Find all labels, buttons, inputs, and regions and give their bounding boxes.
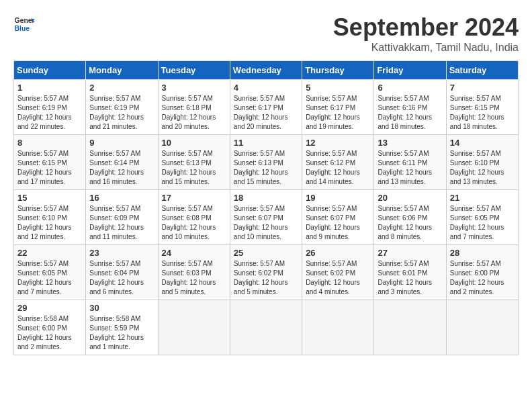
month-title: September 2024 [333,13,519,42]
day-detail: Sunrise: 5:57 AM Sunset: 6:07 PM Dayligh… [234,204,298,242]
day-detail: Sunrise: 5:57 AM Sunset: 6:05 PM Dayligh… [450,204,515,242]
day-number: 1 [17,83,82,93]
calendar-cell [374,300,446,355]
calendar-cell: 24 Sunrise: 5:57 AM Sunset: 6:03 PM Dayl… [158,245,230,300]
day-number: 30 [89,303,154,313]
day-number: 8 [17,138,82,148]
logo-icon: General Blue [13,13,35,35]
day-detail: Sunrise: 5:57 AM Sunset: 6:06 PM Dayligh… [378,204,442,242]
calendar-cell [446,300,518,355]
col-wednesday: Wednesday [230,61,302,80]
day-number: 27 [378,248,442,258]
day-detail: Sunrise: 5:57 AM Sunset: 6:11 PM Dayligh… [378,149,442,187]
calendar-week-1: 1 Sunrise: 5:57 AM Sunset: 6:19 PM Dayli… [14,80,519,135]
calendar-cell: 20 Sunrise: 5:57 AM Sunset: 6:06 PM Dayl… [374,190,446,245]
calendar-cell: 5 Sunrise: 5:57 AM Sunset: 6:17 PM Dayli… [302,80,374,135]
col-sunday: Sunday [14,61,86,80]
calendar-cell: 10 Sunrise: 5:57 AM Sunset: 6:13 PM Dayl… [158,135,230,190]
location-subtitle: Kattivakkam, Tamil Nadu, India [333,42,519,54]
calendar-cell: 29 Sunrise: 5:58 AM Sunset: 6:00 PM Dayl… [14,300,86,355]
calendar-cell: 12 Sunrise: 5:57 AM Sunset: 6:12 PM Dayl… [302,135,374,190]
day-detail: Sunrise: 5:57 AM Sunset: 6:19 PM Dayligh… [17,94,82,132]
day-detail: Sunrise: 5:58 AM Sunset: 5:59 PM Dayligh… [89,314,154,352]
calendar-cell: 16 Sunrise: 5:57 AM Sunset: 6:09 PM Dayl… [86,190,158,245]
day-detail: Sunrise: 5:57 AM Sunset: 6:13 PM Dayligh… [234,149,298,187]
day-number: 4 [234,83,298,93]
day-number: 15 [17,193,82,203]
calendar-cell: 14 Sunrise: 5:57 AM Sunset: 6:10 PM Dayl… [446,135,518,190]
calendar-cell: 26 Sunrise: 5:57 AM Sunset: 6:02 PM Dayl… [302,245,374,300]
day-detail: Sunrise: 5:57 AM Sunset: 6:15 PM Dayligh… [450,94,515,132]
day-number: 18 [234,193,298,203]
day-detail: Sunrise: 5:57 AM Sunset: 6:17 PM Dayligh… [234,94,298,132]
calendar-cell: 3 Sunrise: 5:57 AM Sunset: 6:18 PM Dayli… [158,80,230,135]
calendar-week-4: 22 Sunrise: 5:57 AM Sunset: 6:05 PM Dayl… [14,245,519,300]
calendar-cell: 23 Sunrise: 5:57 AM Sunset: 6:04 PM Dayl… [86,245,158,300]
day-detail: Sunrise: 5:57 AM Sunset: 6:02 PM Dayligh… [234,259,298,297]
day-number: 17 [162,193,226,203]
day-number: 20 [378,193,442,203]
logo: General Blue [13,13,35,35]
calendar-cell: 13 Sunrise: 5:57 AM Sunset: 6:11 PM Dayl… [374,135,446,190]
calendar-cell [302,300,374,355]
day-detail: Sunrise: 5:57 AM Sunset: 6:07 PM Dayligh… [306,204,370,242]
calendar-cell: 15 Sunrise: 5:57 AM Sunset: 6:10 PM Dayl… [14,190,86,245]
calendar-cell [158,300,230,355]
day-detail: Sunrise: 5:57 AM Sunset: 6:18 PM Dayligh… [162,94,226,132]
day-number: 2 [89,83,154,93]
day-number: 14 [450,138,515,148]
calendar-week-5: 29 Sunrise: 5:58 AM Sunset: 6:00 PM Dayl… [14,300,519,355]
day-number: 5 [306,83,370,93]
day-detail: Sunrise: 5:57 AM Sunset: 6:02 PM Dayligh… [306,259,370,297]
calendar-cell: 17 Sunrise: 5:57 AM Sunset: 6:08 PM Dayl… [158,190,230,245]
calendar-cell: 22 Sunrise: 5:57 AM Sunset: 6:05 PM Dayl… [14,245,86,300]
day-detail: Sunrise: 5:57 AM Sunset: 6:19 PM Dayligh… [89,94,154,132]
day-detail: Sunrise: 5:57 AM Sunset: 6:09 PM Dayligh… [89,204,154,242]
calendar-cell: 11 Sunrise: 5:57 AM Sunset: 6:13 PM Dayl… [230,135,302,190]
day-detail: Sunrise: 5:57 AM Sunset: 6:13 PM Dayligh… [162,149,226,187]
day-number: 23 [89,248,154,258]
day-number: 19 [306,193,370,203]
svg-text:Blue: Blue [15,25,30,32]
day-number: 11 [234,138,298,148]
calendar-cell: 28 Sunrise: 5:57 AM Sunset: 6:00 PM Dayl… [446,245,518,300]
day-number: 6 [378,83,442,93]
day-number: 16 [89,193,154,203]
calendar-cell: 1 Sunrise: 5:57 AM Sunset: 6:19 PM Dayli… [14,80,86,135]
day-detail: Sunrise: 5:57 AM Sunset: 6:04 PM Dayligh… [89,259,154,297]
calendar-week-2: 8 Sunrise: 5:57 AM Sunset: 6:15 PM Dayli… [14,135,519,190]
day-detail: Sunrise: 5:57 AM Sunset: 6:10 PM Dayligh… [450,149,515,187]
day-number: 7 [450,83,515,93]
day-number: 26 [306,248,370,258]
day-detail: Sunrise: 5:57 AM Sunset: 6:17 PM Dayligh… [306,94,370,132]
day-detail: Sunrise: 5:57 AM Sunset: 6:16 PM Dayligh… [378,94,442,132]
calendar-cell: 30 Sunrise: 5:58 AM Sunset: 5:59 PM Dayl… [86,300,158,355]
header-row: Sunday Monday Tuesday Wednesday Thursday… [14,61,519,80]
day-detail: Sunrise: 5:57 AM Sunset: 6:03 PM Dayligh… [162,259,226,297]
calendar-cell: 18 Sunrise: 5:57 AM Sunset: 6:07 PM Dayl… [230,190,302,245]
day-number: 13 [378,138,442,148]
day-number: 12 [306,138,370,148]
day-detail: Sunrise: 5:57 AM Sunset: 6:14 PM Dayligh… [89,149,154,187]
calendar-cell: 21 Sunrise: 5:57 AM Sunset: 6:05 PM Dayl… [446,190,518,245]
calendar-cell: 6 Sunrise: 5:57 AM Sunset: 6:16 PM Dayli… [374,80,446,135]
day-number: 22 [17,248,82,258]
calendar-cell: 2 Sunrise: 5:57 AM Sunset: 6:19 PM Dayli… [86,80,158,135]
calendar-cell: 27 Sunrise: 5:57 AM Sunset: 6:01 PM Dayl… [374,245,446,300]
calendar-cell: 8 Sunrise: 5:57 AM Sunset: 6:15 PM Dayli… [14,135,86,190]
day-detail: Sunrise: 5:57 AM Sunset: 6:01 PM Dayligh… [378,259,442,297]
day-number: 3 [162,83,226,93]
calendar-cell: 25 Sunrise: 5:57 AM Sunset: 6:02 PM Dayl… [230,245,302,300]
day-detail: Sunrise: 5:57 AM Sunset: 6:15 PM Dayligh… [17,149,82,187]
calendar-week-3: 15 Sunrise: 5:57 AM Sunset: 6:10 PM Dayl… [14,190,519,245]
calendar-cell: 4 Sunrise: 5:57 AM Sunset: 6:17 PM Dayli… [230,80,302,135]
page-header: General Blue September 2024 Kattivakkam,… [13,13,519,54]
calendar-cell: 9 Sunrise: 5:57 AM Sunset: 6:14 PM Dayli… [86,135,158,190]
calendar-cell: 19 Sunrise: 5:57 AM Sunset: 6:07 PM Dayl… [302,190,374,245]
day-number: 24 [162,248,226,258]
calendar-cell: 7 Sunrise: 5:57 AM Sunset: 6:15 PM Dayli… [446,80,518,135]
col-friday: Friday [374,61,446,80]
day-detail: Sunrise: 5:57 AM Sunset: 6:08 PM Dayligh… [162,204,226,242]
calendar-cell [230,300,302,355]
day-detail: Sunrise: 5:57 AM Sunset: 6:00 PM Dayligh… [450,259,515,297]
